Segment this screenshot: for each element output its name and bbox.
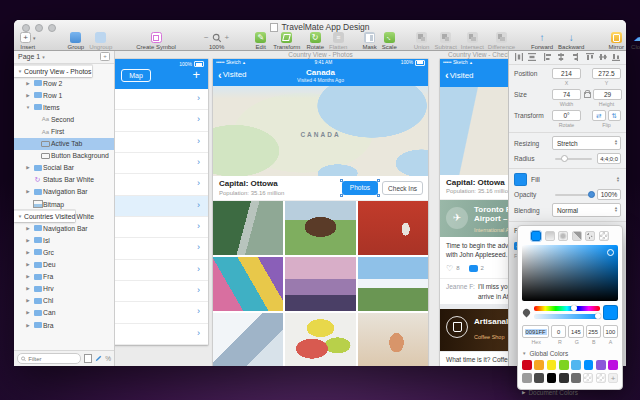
- layer-row-hrv[interactable]: ▶Hrv: [14, 283, 114, 295]
- color-swatch[interactable]: [534, 373, 544, 383]
- toolbar-difference-button[interactable]: Difference: [488, 32, 515, 50]
- layer-row-active-tab[interactable]: Active Tab: [14, 138, 114, 150]
- flip-horizontal-button[interactable]: ⇄: [592, 110, 606, 121]
- align-top-icon[interactable]: [585, 52, 595, 62]
- disclosure-closed-icon[interactable]: ▶: [24, 93, 32, 98]
- toolbar-scale-button[interactable]: ↔Scale: [382, 32, 397, 50]
- transparent-swatch[interactable]: [596, 373, 606, 383]
- green-input[interactable]: 145: [568, 325, 583, 338]
- opacity-input[interactable]: [597, 189, 621, 200]
- stepper-icon[interactable]: ▲▼: [616, 177, 621, 182]
- layer-row-can[interactable]: ▶Can: [14, 307, 114, 319]
- country-list-row[interactable]: ›: [115, 132, 208, 153]
- toolbar-create-symbol-button[interactable]: Create Symbol: [136, 32, 176, 50]
- map-button[interactable]: Map: [121, 69, 151, 82]
- toolbar-union-button[interactable]: Union: [414, 32, 430, 50]
- add-color-button[interactable]: +: [608, 373, 618, 383]
- heart-icon[interactable]: ♡: [446, 263, 453, 275]
- percent-icon[interactable]: %: [105, 355, 111, 362]
- checkins-tab-button[interactable]: Check Ins: [382, 181, 423, 195]
- radius-slider[interactable]: [555, 158, 592, 160]
- photo-thumbnail[interactable]: [285, 201, 355, 255]
- slider-knob[interactable]: [595, 313, 601, 319]
- toolbar-flatten-button[interactable]: ≡Flatten: [329, 32, 347, 50]
- color-swatch[interactable]: [571, 360, 581, 370]
- color-swatch[interactable]: [608, 360, 618, 370]
- toolbar-100--button[interactable]: −+100%: [202, 32, 231, 50]
- layer-row-social-bar[interactable]: ▶Social Bar: [14, 162, 114, 174]
- transparent-swatch[interactable]: [583, 373, 593, 383]
- disclosure-closed-icon[interactable]: ▶: [24, 226, 32, 231]
- blue-input[interactable]: 255: [586, 325, 601, 338]
- layer-row-country-view-photos[interactable]: ▼Country View - Photos: [14, 65, 92, 77]
- distribute-horizontally-icon[interactable]: [514, 52, 524, 62]
- photo-thumbnail[interactable]: [213, 201, 283, 255]
- resizing-select[interactable]: Stretch ▲▼: [552, 136, 621, 150]
- disclosure-closed-icon[interactable]: ▶: [24, 262, 32, 267]
- country-list-row[interactable]: ›: [115, 260, 208, 281]
- toolbar-rotate-button[interactable]: ↻Rotate: [306, 32, 324, 50]
- photo-thumbnail[interactable]: [358, 257, 428, 311]
- align-left-icon[interactable]: [543, 52, 553, 62]
- layer-row-second[interactable]: AaSecond: [14, 113, 114, 125]
- opacity-slider[interactable]: [555, 194, 592, 196]
- layer-row-row-1[interactable]: ▶Row 1: [14, 89, 114, 101]
- alpha-slider[interactable]: [534, 314, 600, 319]
- lock-ratio-icon[interactable]: [584, 92, 591, 98]
- selection-handle[interactable]: [340, 179, 343, 182]
- comment-bubble-icon[interactable]: [469, 265, 478, 272]
- layer-row-chl[interactable]: ▶Chl: [14, 295, 114, 307]
- color-swatch[interactable]: [522, 360, 532, 370]
- disclosure-closed-icon[interactable]: ▶: [24, 189, 32, 194]
- selection-handle[interactable]: [377, 179, 380, 182]
- color-swatch[interactable]: [559, 360, 569, 370]
- align-right-icon[interactable]: [569, 52, 579, 62]
- layer-row-isl[interactable]: ▶Isl: [14, 234, 114, 246]
- width-input[interactable]: [552, 89, 581, 100]
- filter-input[interactable]: [28, 356, 77, 362]
- disclosure-closed-icon[interactable]: ▶: [24, 298, 32, 303]
- duplicate-page-icon[interactable]: [84, 354, 92, 363]
- saturation-brightness-picker[interactable]: [522, 245, 618, 301]
- slider-knob[interactable]: [588, 191, 595, 198]
- alpha-input[interactable]: 100: [603, 325, 618, 338]
- artboard-countries-list[interactable]: 100% Map + ››››››››››››: [115, 59, 208, 345]
- country-list-row[interactable]: ›: [115, 110, 208, 131]
- color-swatch[interactable]: [547, 373, 557, 383]
- disclosure-closed-icon[interactable]: ▶: [24, 310, 32, 315]
- pattern-fill-tab[interactable]: [599, 231, 609, 241]
- toolbar-mirror-button[interactable]: Mirror: [608, 32, 624, 50]
- photo-thumbnail[interactable]: [285, 257, 355, 311]
- disclosure-closed-icon[interactable]: ▶: [24, 81, 32, 86]
- layer-row-navigation-bar[interactable]: ▶Navigation Bar: [14, 222, 114, 234]
- disclosure-closed-icon[interactable]: ▶: [24, 274, 32, 279]
- color-swatch[interactable]: [534, 360, 544, 370]
- country-list-row[interactable]: ›: [115, 174, 208, 195]
- pencil-icon[interactable]: [95, 355, 102, 362]
- angular-gradient-tab[interactable]: [572, 231, 582, 241]
- layer-row-fra[interactable]: ▶Fra: [14, 271, 114, 283]
- country-list-row[interactable]: ›: [115, 153, 208, 174]
- disclosure-open-icon[interactable]: ▼: [16, 69, 24, 74]
- photo-thumbnail[interactable]: [358, 313, 428, 366]
- slider-knob[interactable]: [571, 305, 577, 311]
- color-swatch[interactable]: [547, 360, 557, 370]
- selection-handle[interactable]: [340, 194, 343, 197]
- artboard-label-country-view-photos[interactable]: Country View - Photos: [213, 51, 428, 58]
- country-list-row[interactable]: ›: [115, 302, 208, 323]
- align-center-horizontal-icon[interactable]: [556, 52, 566, 62]
- color-swatch[interactable]: [571, 373, 581, 383]
- add-page-button[interactable]: +: [100, 52, 110, 61]
- toolbar-backward-button[interactable]: ↓Backward: [558, 32, 584, 50]
- country-list-row[interactable]: ›: [115, 217, 208, 238]
- layer-row-deu[interactable]: ▶Deu: [14, 259, 114, 271]
- artboard-country-view-checkins[interactable]: ••••• Sketch ▲ ‹Visited Canada Visited 4…: [440, 59, 508, 366]
- document-colors-header[interactable]: ▶ Document Colors: [522, 389, 618, 396]
- disclosure-closed-icon[interactable]: ▶: [24, 286, 32, 291]
- eyedropper-icon[interactable]: [522, 308, 532, 318]
- distribute-vertically-icon[interactable]: [527, 52, 537, 62]
- country-list-row[interactable]: ›: [115, 196, 208, 217]
- layer-row-row-2[interactable]: ▶Row 2: [14, 77, 114, 89]
- country-list-row[interactable]: ›: [115, 281, 208, 302]
- flip-vertical-button[interactable]: ⇅: [608, 110, 622, 121]
